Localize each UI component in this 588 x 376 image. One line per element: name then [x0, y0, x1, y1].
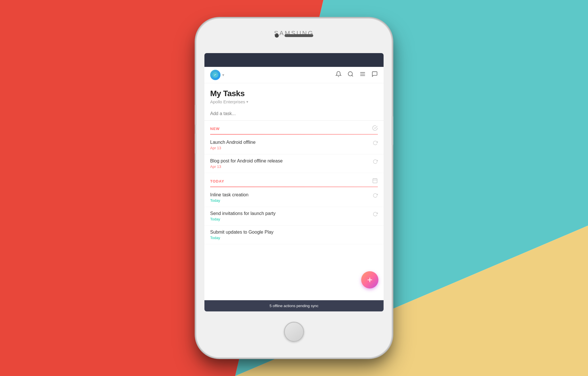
search-icon[interactable] — [347, 71, 354, 79]
task-item[interactable]: Submit updates to Google Play Today — [204, 226, 384, 244]
app-header: ▾ — [204, 67, 384, 83]
task-name: Launch Android offline — [210, 140, 370, 145]
front-camera-dot — [275, 34, 279, 38]
list-icon[interactable] — [359, 71, 366, 79]
section-divider-today — [210, 187, 378, 187]
screen-inner: My Tasks Apollo Enterprises ▾ NEW — [204, 83, 384, 311]
page-content: My Tasks Apollo Enterprises ▾ NEW — [204, 83, 384, 300]
phone-shell: SAMSUNG — [196, 19, 392, 357]
sync-icon — [373, 159, 378, 166]
task-date: Today — [210, 217, 370, 221]
section-title-today: TODAY — [210, 179, 224, 183]
task-item[interactable]: Blog post for Android offline release Ap… — [204, 154, 384, 173]
page-title-area: My Tasks Apollo Enterprises ▾ — [204, 83, 384, 107]
bell-icon[interactable] — [335, 71, 342, 79]
section-header-new: NEW — [204, 121, 384, 134]
add-task-input[interactable] — [210, 111, 378, 116]
page-title: My Tasks — [210, 89, 378, 98]
sync-icon — [373, 193, 378, 199]
task-item[interactable]: Launch Android offline Apr 13 — [204, 136, 384, 154]
task-item[interactable]: Inline task creation Today — [204, 188, 384, 207]
add-task-area[interactable] — [204, 107, 384, 121]
screen: ▾ — [204, 53, 384, 311]
volume-down-button[interactable] — [195, 133, 196, 154]
status-bar — [204, 53, 384, 67]
task-name: Inline task creation — [210, 192, 370, 197]
task-name: Submit updates to Google Play — [210, 230, 378, 235]
volume-up-button[interactable] — [195, 105, 196, 125]
chat-icon[interactable] — [372, 71, 378, 79]
app-logo-area[interactable]: ▾ — [210, 70, 224, 80]
task-date: Today — [210, 236, 378, 240]
workspace-label: Apollo Enterprises — [210, 99, 245, 104]
task-date: Apr 13 — [210, 164, 370, 169]
section-header-today: TODAY — [204, 173, 384, 187]
task-content: Send invitations for launch party Today — [210, 211, 370, 221]
workspace-dropdown-arrow[interactable]: ▾ — [222, 73, 224, 77]
phone: SAMSUNG — [196, 19, 392, 357]
section-divider-new — [210, 134, 378, 135]
task-date: Today — [210, 198, 370, 203]
workspace-name[interactable]: Apollo Enterprises ▾ — [210, 99, 378, 104]
offline-banner: 5 offline actions pending sync — [204, 300, 384, 311]
add-task-fab[interactable]: + — [361, 271, 378, 288]
task-date: Apr 13 — [210, 146, 370, 150]
sync-icon — [373, 212, 378, 218]
task-content: Inline task creation Today — [210, 192, 370, 203]
header-icons — [335, 71, 378, 79]
svg-point-1 — [348, 72, 353, 76]
front-camera-area — [275, 34, 313, 38]
section-title-new: NEW — [210, 127, 220, 131]
task-content: Blog post for Android offline release Ap… — [210, 158, 370, 169]
task-name: Send invitations for launch party — [210, 211, 370, 216]
task-content: Submit updates to Google Play Today — [210, 230, 378, 240]
section-calendar-icon — [372, 178, 378, 185]
sync-icon — [373, 140, 378, 147]
app-logo-icon — [210, 70, 220, 80]
svg-rect-5 — [373, 179, 377, 183]
home-button[interactable] — [284, 322, 304, 342]
workspace-chevron: ▾ — [246, 100, 248, 104]
earpiece-speaker — [285, 34, 313, 37]
task-item[interactable]: Send invitations for launch party Today — [204, 207, 384, 226]
task-name: Blog post for Android offline release — [210, 158, 370, 164]
section-check-icon — [372, 125, 378, 132]
svg-point-0 — [212, 72, 218, 78]
task-content: Launch Android offline Apr 13 — [210, 140, 370, 150]
power-button[interactable] — [392, 116, 393, 145]
